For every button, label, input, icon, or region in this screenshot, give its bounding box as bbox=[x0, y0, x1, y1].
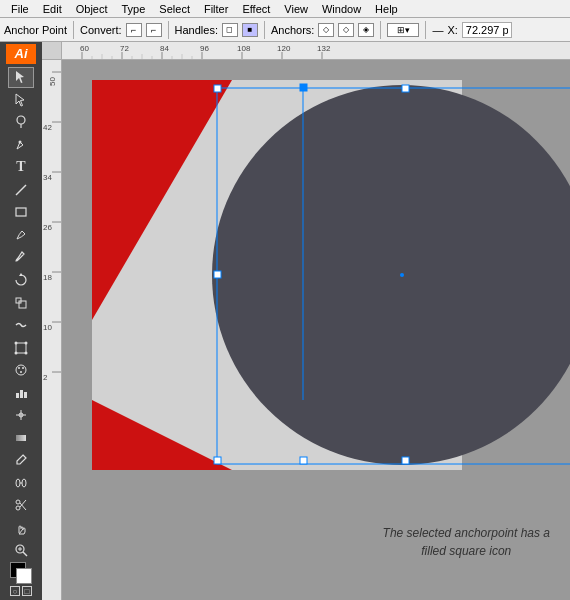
type-tool[interactable]: T bbox=[8, 157, 34, 179]
transform-btn[interactable]: ⊞▾ bbox=[387, 23, 419, 37]
rotate-tool[interactable] bbox=[8, 269, 34, 291]
svg-marker-0 bbox=[16, 71, 24, 83]
ai-logo: Ai bbox=[6, 44, 36, 64]
svg-text:96: 96 bbox=[200, 44, 209, 53]
svg-rect-8 bbox=[19, 301, 26, 308]
lasso-tool[interactable] bbox=[8, 112, 34, 134]
svg-point-4 bbox=[19, 140, 22, 143]
svg-text:34: 34 bbox=[43, 173, 52, 182]
anchors-btn-1[interactable]: ◇ bbox=[318, 23, 334, 37]
menu-effect[interactable]: Effect bbox=[235, 3, 277, 15]
svg-point-14 bbox=[25, 351, 28, 354]
anchor-point-label: Anchor Point bbox=[4, 24, 67, 36]
svg-text:18: 18 bbox=[43, 273, 52, 282]
anchors-btn-2[interactable]: ◇ bbox=[338, 23, 354, 37]
svg-point-16 bbox=[18, 367, 20, 369]
toolbar: Anchor Point Convert: ⌐ ⌐ Handles: ◻ ■ A… bbox=[0, 18, 570, 42]
handles-label: Handles: bbox=[175, 24, 218, 36]
svg-point-29 bbox=[16, 500, 20, 504]
menu-window[interactable]: Window bbox=[315, 3, 368, 15]
toolbox: Ai T bbox=[0, 42, 42, 600]
svg-rect-82 bbox=[402, 85, 409, 92]
menu-object[interactable]: Object bbox=[69, 3, 115, 15]
svg-text:26: 26 bbox=[43, 223, 52, 232]
warp-tool[interactable] bbox=[8, 314, 34, 336]
handles-btn-1[interactable]: ◻ bbox=[222, 23, 238, 37]
menu-select[interactable]: Select bbox=[152, 3, 197, 15]
separator-5 bbox=[425, 21, 426, 39]
svg-rect-81 bbox=[214, 85, 221, 92]
svg-point-17 bbox=[22, 367, 24, 369]
main-area: Ai T bbox=[0, 42, 570, 600]
eyedropper-tool[interactable] bbox=[8, 449, 34, 471]
scissors-tool[interactable] bbox=[8, 494, 34, 516]
handles-btn-2[interactable]: ■ bbox=[242, 23, 258, 37]
svg-rect-21 bbox=[24, 392, 27, 398]
menu-edit[interactable]: Edit bbox=[36, 3, 69, 15]
svg-text:2: 2 bbox=[43, 373, 48, 382]
svg-rect-25 bbox=[16, 435, 26, 441]
svg-text:10: 10 bbox=[43, 323, 52, 332]
hand-tool[interactable] bbox=[8, 517, 34, 539]
blend-tool[interactable] bbox=[8, 472, 34, 494]
column-graph-tool[interactable] bbox=[8, 382, 34, 404]
separator-2 bbox=[168, 21, 169, 39]
svg-point-11 bbox=[15, 341, 18, 344]
annotation-text: The selected anchorpoint has a filled sq… bbox=[383, 524, 550, 560]
pen-tool[interactable] bbox=[8, 134, 34, 156]
convert-label: Convert: bbox=[80, 24, 122, 36]
svg-text:120: 120 bbox=[277, 44, 291, 53]
symbol-tool[interactable] bbox=[8, 359, 34, 381]
scale-tool[interactable] bbox=[8, 292, 34, 314]
svg-text:84: 84 bbox=[160, 44, 169, 53]
rectangle-tool[interactable] bbox=[8, 202, 34, 224]
direct-selection-tool[interactable] bbox=[8, 89, 34, 111]
svg-point-30 bbox=[16, 506, 20, 510]
canvas-area: 60 72 84 96 108 120 132 bbox=[42, 42, 570, 600]
separator-1 bbox=[73, 21, 74, 39]
menu-file[interactable]: File bbox=[4, 3, 36, 15]
svg-point-27 bbox=[22, 479, 26, 487]
svg-rect-86 bbox=[214, 457, 221, 464]
svg-rect-19 bbox=[16, 393, 19, 398]
paintbrush-tool[interactable] bbox=[8, 247, 34, 269]
svg-rect-84 bbox=[214, 271, 221, 278]
svg-rect-87 bbox=[402, 457, 409, 464]
line-tool[interactable] bbox=[8, 179, 34, 201]
svg-text:42: 42 bbox=[43, 123, 52, 132]
anchors-btn-3[interactable]: ◈ bbox=[358, 23, 374, 37]
menu-filter[interactable]: Filter bbox=[197, 3, 235, 15]
x-coord-label: — bbox=[432, 24, 443, 36]
svg-rect-6 bbox=[16, 208, 26, 216]
svg-rect-92 bbox=[300, 457, 307, 464]
separator-4 bbox=[380, 21, 381, 39]
menu-help[interactable]: Help bbox=[368, 3, 405, 15]
svg-line-5 bbox=[16, 185, 26, 195]
pencil-tool[interactable] bbox=[8, 224, 34, 246]
svg-text:108: 108 bbox=[237, 44, 251, 53]
zoom-tool[interactable] bbox=[8, 539, 34, 561]
svg-rect-37 bbox=[62, 42, 570, 60]
svg-rect-89 bbox=[300, 84, 307, 91]
separator-3 bbox=[264, 21, 265, 39]
free-transform-tool[interactable] bbox=[8, 337, 34, 359]
x-value-input[interactable] bbox=[462, 22, 512, 38]
svg-marker-1 bbox=[16, 94, 24, 106]
anchors-label: Anchors: bbox=[271, 24, 314, 36]
gradient-tool[interactable] bbox=[8, 427, 34, 449]
menu-view[interactable]: View bbox=[277, 3, 315, 15]
menu-type[interactable]: Type bbox=[115, 3, 153, 15]
selection-tool[interactable] bbox=[8, 67, 34, 89]
svg-rect-10 bbox=[16, 343, 26, 353]
color-swatches[interactable] bbox=[10, 562, 32, 584]
svg-point-12 bbox=[25, 341, 28, 344]
menu-bar: File Edit Object Type Select Filter Effe… bbox=[0, 0, 570, 18]
mesh-tool[interactable] bbox=[8, 404, 34, 426]
convert-btn-2[interactable]: ⌐ bbox=[146, 23, 162, 37]
convert-btn-1[interactable]: ⌐ bbox=[126, 23, 142, 37]
x-label: X: bbox=[447, 24, 457, 36]
ruler-corner bbox=[42, 42, 62, 60]
svg-text:60: 60 bbox=[80, 44, 89, 53]
drawing-area[interactable]: The selected anchorpoint has a filled sq… bbox=[62, 60, 570, 600]
vertical-ruler: 50 42 34 26 18 10 2 bbox=[42, 42, 62, 600]
